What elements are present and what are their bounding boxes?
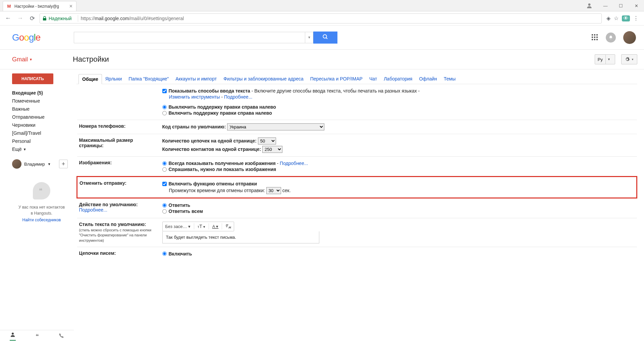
minimize-button[interactable]: — — [598, 0, 613, 11]
gmail-dropdown[interactable]: Gmail▼ — [12, 56, 33, 63]
default-action-more-link[interactable]: Подробнее... — [79, 207, 107, 213]
reply-all-radio[interactable] — [162, 209, 167, 214]
settings-tab[interactable]: Лаборатория — [380, 74, 416, 84]
settings-tab[interactable]: Ярлыки — [102, 74, 125, 84]
undo-send-checkbox[interactable] — [162, 182, 167, 186]
secure-indicator: Надежный — [43, 16, 72, 21]
close-window-button[interactable]: ✕ — [629, 0, 644, 11]
rtl-on-radio[interactable] — [162, 111, 167, 115]
compose-button[interactable]: НАПИСАТЬ — [12, 73, 53, 84]
settings-tab[interactable]: Общие — [78, 74, 102, 84]
sidebar-item[interactable]: Ещё▼ — [12, 145, 71, 153]
settings-tab[interactable]: Папка "Входящие" — [125, 74, 172, 84]
diamond-icon[interactable]: ◈ — [606, 15, 610, 21]
hangouts-empty-text: У вас пока нет контактов в Hangouts. — [12, 204, 71, 216]
sidebar-item[interactable]: Важные — [12, 105, 71, 113]
svg-rect-1 — [43, 18, 46, 20]
font-family-dropdown[interactable]: Без засе… ▾ — [165, 224, 191, 229]
settings-tab[interactable]: Пересылка и POP/IMAP — [307, 74, 366, 84]
images-always-radio[interactable] — [162, 161, 167, 166]
input-language-button[interactable]: Ру▼ — [595, 54, 615, 64]
learn-more-link[interactable]: Подробнее... — [224, 94, 252, 100]
gmail-favicon: M — [6, 4, 12, 9]
sidebar-item[interactable]: [Gmail]/Travel — [12, 129, 71, 137]
chevron-down-icon: ▼ — [48, 162, 51, 166]
images-learn-more-link[interactable]: Подробнее... — [280, 161, 308, 166]
chrome-account-icon[interactable] — [584, 1, 594, 11]
browser-tab[interactable]: M Настройки - bezmaly@g ✕ — [3, 1, 76, 11]
text-style-label: Стиль текста по умолчанию: (стиль можно … — [77, 218, 161, 247]
svg-point-2 — [323, 35, 327, 38]
search-input[interactable] — [74, 32, 305, 43]
hangouts-bottom-bar: ❝ — [0, 330, 74, 342]
google-header: Google ▼ — [0, 25, 644, 50]
add-contact-button[interactable]: + — [59, 160, 68, 168]
apps-icon[interactable] — [592, 34, 598, 41]
sidebar-item[interactable]: Входящие (5) — [12, 89, 71, 97]
reload-button[interactable]: ⟳ — [28, 14, 37, 23]
notifications-icon[interactable] — [606, 33, 616, 43]
settings-tab[interactable]: Темы — [440, 74, 459, 84]
undo-send-label: Отменить отправку: — [77, 177, 161, 198]
search-dropdown-arrow[interactable]: ▼ — [305, 32, 313, 43]
settings-tab[interactable]: Фильтры и заблокированные адреса — [220, 74, 307, 84]
change-tools-link[interactable]: Изменить инструменты — [169, 94, 220, 100]
search-box: ▼ — [74, 32, 337, 44]
profile-name[interactable]: Владимир — [24, 162, 45, 167]
settings-tabs: ОбщиеЯрлыкиПапка "Входящие"Аккаунты и им… — [76, 72, 637, 84]
addr-extensions: ◈ ☆ 👁 ⋮ — [604, 15, 641, 21]
settings-tab[interactable]: Офлайн — [416, 74, 440, 84]
maximize-button[interactable]: ☐ — [613, 0, 629, 11]
sidebar-item[interactable]: Personal — [12, 137, 71, 145]
font-size-dropdown[interactable]: тT ▾ — [198, 224, 205, 229]
default-action-label: Действие по умолчанию: Подробнее... — [77, 198, 161, 218]
browser-toolbar: ← → ⟳ Надежный https://mail.google.com/m… — [0, 11, 644, 25]
sidebar-item[interactable]: Отправленные — [12, 113, 71, 121]
sidebar-item[interactable]: Помеченные — [12, 97, 71, 105]
settings-tab[interactable]: Аккаунты и импорт — [172, 74, 220, 84]
chevron-down-icon: ▼ — [29, 58, 33, 61]
contacts-tab-icon[interactable] — [10, 332, 16, 341]
show-input-methods-checkbox[interactable] — [162, 89, 167, 93]
google-logo[interactable]: Google — [12, 32, 40, 43]
text-style-toolbar: Без засе… ▾ тT ▾ A ▾ T✕ — [162, 222, 234, 231]
user-avatar[interactable] — [623, 31, 636, 44]
rtl-off-radio[interactable] — [162, 105, 167, 109]
clear-formatting-button[interactable]: T✕ — [225, 223, 231, 230]
images-label: Изображения: — [77, 157, 161, 177]
images-ask-radio[interactable] — [162, 167, 167, 172]
find-contacts-link[interactable]: Найти собеседников — [12, 218, 71, 222]
contacts-per-page-select[interactable]: 250 — [262, 146, 282, 153]
window-controls: — ☐ ✕ — [584, 0, 644, 11]
threads-on-radio[interactable] — [162, 251, 167, 256]
threads-per-page-select[interactable]: 50 — [258, 137, 276, 145]
close-icon[interactable]: ✕ — [69, 4, 73, 9]
page-title: Настройки — [73, 55, 109, 64]
hangouts-tab-icon[interactable]: ❝ — [36, 333, 39, 340]
header-right — [592, 31, 636, 44]
sidebar-item[interactable]: Черновики — [12, 121, 71, 129]
settings-content: ОбщиеЯрлыкиПапка "Входящие"Аккаунты и им… — [74, 69, 644, 261]
settings-gear-button[interactable]: ▼ — [621, 54, 637, 64]
svg-point-4 — [12, 333, 14, 335]
search-button[interactable] — [313, 32, 337, 44]
extension-icon[interactable]: 👁 — [622, 15, 630, 21]
address-bar[interactable]: Надежный https://mail.google.com/mail/u/… — [40, 13, 602, 23]
profile-avatar[interactable] — [12, 159, 21, 169]
back-button[interactable]: ← — [3, 14, 13, 23]
undo-period-select[interactable]: 30 — [266, 187, 281, 194]
pagesize-label: Максимальный размер страницы: — [77, 134, 161, 157]
phone-tab-icon[interactable] — [59, 333, 64, 339]
reply-radio[interactable] — [162, 203, 167, 208]
browser-tab-strip: M Настройки - bezmaly@g ✕ — ☐ ✕ — [0, 0, 644, 11]
svg-point-0 — [588, 3, 591, 6]
menu-icon[interactable]: ⋮ — [633, 15, 639, 21]
font-color-dropdown[interactable]: A ▾ — [212, 224, 219, 229]
settings-tab[interactable]: Чат — [366, 74, 380, 84]
sidebar: НАПИСАТЬ Входящие (5)ПомеченныеВажныеОтп… — [0, 69, 74, 261]
profile-row: Владимир ▼ + — [12, 159, 71, 169]
star-icon[interactable]: ☆ — [614, 15, 619, 21]
country-code-select[interactable]: Украина — [227, 123, 324, 130]
sub-header: Gmail▼ Настройки Ру▼ ▼ — [0, 50, 644, 69]
hangouts-icon — [33, 182, 50, 199]
